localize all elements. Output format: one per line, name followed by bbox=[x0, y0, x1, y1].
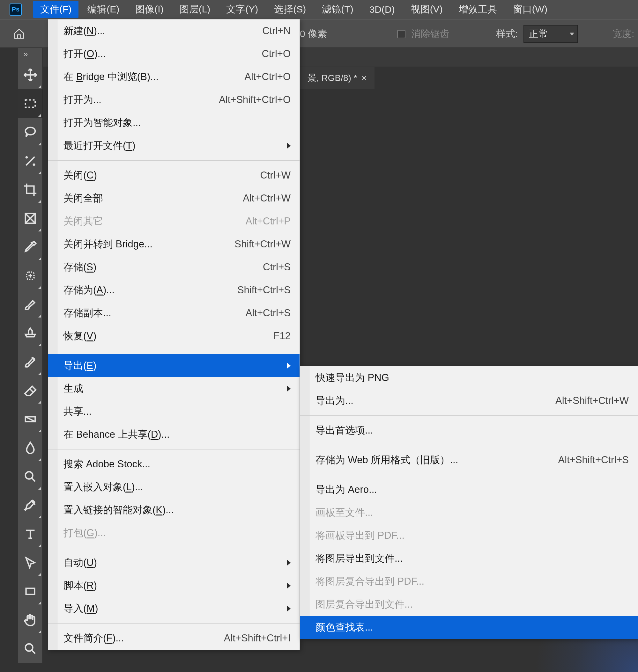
file-menu-item-7[interactable]: 关闭(C)Ctrl+W bbox=[48, 164, 300, 187]
menu-layer[interactable]: 图层(L) bbox=[172, 1, 218, 18]
frame-tool[interactable] bbox=[18, 204, 43, 233]
file-menu-item-28[interactable]: 导入(M) bbox=[48, 597, 300, 620]
file-menu-item-23[interactable]: 置入链接的智能对象(K)... bbox=[48, 499, 300, 521]
toolbar-expand-handle[interactable]: » bbox=[18, 48, 43, 61]
export-submenu-separator bbox=[300, 475, 638, 475]
export-submenu-item-11: 将图层复合导出到 PDF... bbox=[300, 570, 638, 593]
export-submenu-separator bbox=[300, 445, 638, 445]
file-menu-item-14[interactable]: 恢复(V)F12 bbox=[48, 325, 300, 347]
hand-tool[interactable] bbox=[18, 606, 43, 634]
file-menu-item-label: 文件简介(F)... bbox=[64, 632, 214, 645]
file-menu-item-5[interactable]: 最近打开文件(T) bbox=[48, 134, 300, 157]
menu-3d[interactable]: 3D(D) bbox=[363, 2, 402, 17]
crop-tool[interactable] bbox=[18, 175, 43, 204]
menu-filter[interactable]: 滤镜(T) bbox=[315, 1, 360, 18]
magic-wand-tool[interactable] bbox=[18, 147, 43, 175]
menu-view[interactable]: 视图(V) bbox=[404, 1, 450, 18]
file-menu-item-1[interactable]: 打开(O)...Ctrl+O bbox=[48, 42, 300, 65]
blur-tool[interactable] bbox=[18, 433, 43, 462]
export-submenu-item-label: 画板至文件... bbox=[316, 506, 629, 519]
file-menu-item-26[interactable]: 自动(U) bbox=[48, 551, 300, 574]
rectangle-tool[interactable] bbox=[18, 577, 43, 606]
rectangular-marquee-tool[interactable] bbox=[18, 89, 43, 118]
file-menu-item-accel: Alt+Ctrl+P bbox=[246, 216, 291, 227]
export-submenu-item-3[interactable]: 导出首选项... bbox=[300, 419, 638, 442]
antialias-checkbox[interactable] bbox=[397, 30, 405, 38]
type-tool[interactable] bbox=[18, 520, 43, 548]
style-select[interactable]: 正常 bbox=[523, 25, 578, 43]
opt-antialias[interactable]: 消除锯齿 bbox=[397, 28, 450, 40]
file-menu-item-label: 关闭并转到 Bridge... bbox=[64, 238, 225, 251]
file-menu-item-16[interactable]: 导出(E) bbox=[48, 354, 300, 377]
move-tool[interactable] bbox=[18, 61, 43, 89]
menu-edit[interactable]: 编辑(E) bbox=[80, 1, 126, 18]
eraser-tool[interactable] bbox=[18, 376, 43, 405]
menu-select[interactable]: 选择(S) bbox=[267, 1, 313, 18]
submenu-arrow-icon bbox=[287, 605, 291, 612]
file-menu-item-label: 置入链接的智能对象(K)... bbox=[64, 503, 291, 517]
export-submenu-item-1[interactable]: 导出为...Alt+Shift+Ctrl+W bbox=[300, 389, 638, 412]
export-submenu-item-0[interactable]: 快速导出为 PNG bbox=[300, 366, 638, 389]
export-submenu-item-10[interactable]: 将图层导出到文件... bbox=[300, 547, 638, 570]
file-menu-item-22[interactable]: 置入嵌入对象(L)... bbox=[48, 476, 300, 499]
file-menu-item-accel: Alt+Ctrl+W bbox=[243, 192, 291, 204]
file-menu-item-12[interactable]: 存储为(A)...Shift+Ctrl+S bbox=[48, 279, 300, 301]
file-menu-item-27[interactable]: 脚本(R) bbox=[48, 574, 300, 597]
zoom-tool[interactable] bbox=[18, 634, 43, 663]
antialias-label: 消除锯齿 bbox=[411, 28, 450, 40]
dodge-tool[interactable] bbox=[18, 462, 43, 491]
file-menu-item-13[interactable]: 存储副本...Alt+Ctrl+S bbox=[48, 301, 300, 325]
file-menu-item-3[interactable]: 打开为...Alt+Shift+Ctrl+O bbox=[48, 88, 300, 111]
file-menu-item-label: 打包(G)... bbox=[64, 526, 291, 540]
file-menu-item-0[interactable]: 新建(N)...Ctrl+N bbox=[48, 19, 300, 42]
home-button[interactable] bbox=[10, 24, 29, 44]
export-submenu-item-5[interactable]: 存储为 Web 所用格式（旧版）...Alt+Shift+Ctrl+S bbox=[300, 449, 638, 471]
file-menu-item-label: 存储副本... bbox=[64, 306, 236, 320]
file-menu-item-17[interactable]: 生成 bbox=[48, 377, 300, 400]
document-tab-title: 景, RGB/8) * bbox=[307, 72, 357, 84]
path-selection-tool[interactable] bbox=[18, 548, 43, 577]
document-tab[interactable]: 景, RGB/8) * × bbox=[300, 67, 374, 89]
file-menu-item-8[interactable]: 关闭全部Alt+Ctrl+W bbox=[48, 187, 300, 210]
menu-file[interactable]: 文件(F) bbox=[33, 1, 79, 18]
file-menu-item-label: 最近打开文件(T) bbox=[64, 139, 277, 152]
menu-type[interactable]: 文字(Y) bbox=[219, 1, 265, 18]
file-menu-item-label: 在 Bridge 中浏览(B)... bbox=[64, 70, 235, 84]
svg-point-6 bbox=[25, 644, 33, 651]
spot-healing-brush-tool[interactable] bbox=[18, 261, 43, 290]
clone-stamp-tool[interactable] bbox=[18, 319, 43, 347]
submenu-arrow-icon bbox=[287, 142, 291, 149]
file-menu-item-4[interactable]: 打开为智能对象... bbox=[48, 111, 300, 134]
file-menu-separator bbox=[48, 548, 300, 548]
file-menu-item-11[interactable]: 存储(S)Ctrl+S bbox=[48, 256, 300, 279]
svg-rect-0 bbox=[25, 100, 35, 107]
eyedropper-tool[interactable] bbox=[18, 233, 43, 261]
lasso-tool[interactable] bbox=[18, 118, 43, 147]
file-menu-item-30[interactable]: 文件简介(F)...Alt+Shift+Ctrl+I bbox=[48, 627, 300, 650]
file-menu-item-accel: Alt+Shift+Ctrl+O bbox=[219, 94, 291, 105]
menu-image[interactable]: 图像(I) bbox=[128, 1, 170, 18]
export-submenu-item-12: 图层复合导出到文件... bbox=[300, 593, 638, 616]
file-menu-item-21[interactable]: 搜索 Adobe Stock... bbox=[48, 453, 300, 476]
document-tab-close[interactable]: × bbox=[362, 73, 367, 83]
history-brush-tool[interactable] bbox=[18, 347, 43, 376]
submenu-arrow-icon bbox=[287, 385, 291, 392]
file-menu-separator bbox=[48, 160, 300, 161]
export-submenu-item-13[interactable]: 颜色查找表... bbox=[300, 616, 638, 639]
menu-window[interactable]: 窗口(W) bbox=[506, 1, 554, 18]
file-menu-item-2[interactable]: 在 Bridge 中浏览(B)...Alt+Ctrl+O bbox=[48, 65, 300, 88]
export-submenu-item-8: 画板至文件... bbox=[300, 501, 638, 524]
svg-point-4 bbox=[25, 472, 33, 479]
export-submenu-item-label: 存储为 Web 所用格式（旧版）... bbox=[316, 453, 549, 467]
file-menu-item-label: 新建(N)... bbox=[64, 24, 253, 38]
file-menu-item-18[interactable]: 共享... bbox=[48, 400, 300, 423]
file-menu-item-19[interactable]: 在 Behance 上共享(D)... bbox=[48, 423, 300, 446]
export-submenu-item-7[interactable]: 导出为 Aero... bbox=[300, 478, 638, 501]
file-menu-dropdown: 新建(N)...Ctrl+N打开(O)...Ctrl+O在 Bridge 中浏览… bbox=[48, 19, 300, 650]
file-menu-item-10[interactable]: 关闭并转到 Bridge...Shift+Ctrl+W bbox=[48, 233, 300, 256]
gradient-tool[interactable] bbox=[18, 405, 43, 433]
brush-tool[interactable] bbox=[18, 290, 43, 319]
pen-tool[interactable] bbox=[18, 491, 43, 520]
file-menu-item-label: 搜索 Adobe Stock... bbox=[64, 458, 291, 471]
menu-plugins[interactable]: 增效工具 bbox=[452, 1, 504, 18]
